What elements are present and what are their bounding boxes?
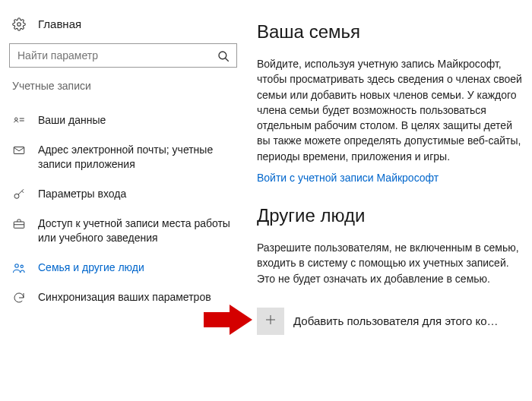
svg-marker-12 [204, 305, 252, 335]
sidebar-item-label: Семья и другие люди [38, 260, 233, 275]
mail-icon [12, 144, 26, 157]
sync-icon [12, 291, 26, 305]
sidebar-item-label: Синхронизация ваших параметров [38, 290, 233, 305]
svg-point-10 [15, 264, 19, 267]
search-box[interactable] [9, 43, 237, 68]
section-label: Учетные записи [12, 80, 237, 92]
search-icon [217, 49, 230, 63]
svg-rect-6 [14, 147, 24, 154]
sidebar-item-label: Ваши данные [38, 113, 233, 128]
add-user-row[interactable]: Добавить пользователя для этого компь… [257, 308, 524, 335]
svg-point-0 [17, 23, 21, 27]
settings-content: Ваша семья Войдите, используя учетную за… [243, 0, 532, 401]
add-user-button[interactable] [257, 308, 284, 335]
others-heading: Другие люди [257, 205, 524, 226]
svg-point-1 [219, 52, 226, 59]
svg-point-7 [14, 194, 19, 198]
svg-point-11 [21, 265, 23, 267]
add-user-label: Добавить пользователя для этого компь… [293, 314, 499, 327]
sidebar-item-sync[interactable]: Синхронизация ваших параметров [9, 283, 237, 312]
others-description: Разрешите пользователям, не включенным в… [257, 240, 524, 286]
people-icon [12, 261, 26, 275]
key-icon [12, 188, 26, 201]
family-description: Войдите, используя учетную запись Майкро… [257, 56, 524, 164]
plus-icon [264, 311, 277, 331]
sidebar-item-signin-options[interactable]: Параметры входа [9, 179, 237, 209]
person-card-icon [12, 114, 26, 128]
sidebar-item-your-info[interactable]: Ваши данные [9, 106, 237, 135]
svg-line-2 [225, 58, 228, 61]
gear-icon [12, 17, 26, 31]
sidebar-item-work-access[interactable]: Доступ к учетной записи места работы или… [9, 209, 237, 253]
sidebar-item-email-accounts[interactable]: Адрес электронной почты; учетные записи … [9, 135, 237, 179]
sidebar-item-label: Адрес электронной почты; учетные записи … [38, 143, 233, 172]
signin-link[interactable]: Войти с учетной записи Майкрософт [257, 172, 439, 184]
family-heading: Ваша семья [257, 21, 524, 43]
svg-point-3 [15, 118, 17, 120]
home-label: Главная [38, 17, 81, 30]
settings-sidebar: Главная Учетные записи Ваши данные [0, 0, 243, 401]
sidebar-item-label: Параметры входа [38, 187, 233, 201]
briefcase-icon [12, 217, 26, 231]
search-input[interactable] [16, 49, 217, 62]
sidebar-item-label: Доступ к учетной записи места работы или… [38, 216, 233, 245]
home-nav[interactable]: Главная [9, 14, 237, 39]
annotation-arrow [204, 305, 252, 335]
sidebar-item-family[interactable]: Семья и другие люди [9, 253, 237, 283]
